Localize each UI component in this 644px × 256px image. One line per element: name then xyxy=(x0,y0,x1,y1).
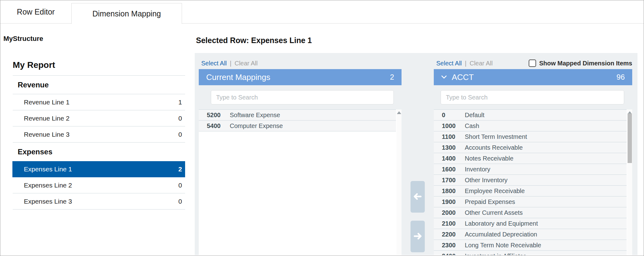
arrow-right-icon xyxy=(413,233,422,241)
dimension-item-row[interactable]: 1700Other Inventory xyxy=(434,175,627,186)
scrollbar-thumb[interactable] xyxy=(628,113,632,163)
tree-group-revenue[interactable]: Revenue xyxy=(13,76,185,94)
mappings-scrollbar[interactable] xyxy=(397,109,402,255)
move-right-button[interactable] xyxy=(411,221,425,252)
dimension-clear-all-link[interactable]: Clear All xyxy=(469,60,492,67)
tree-item-count: 0 xyxy=(178,131,182,138)
dimension-item-row[interactable]: 1100Short Term Investment xyxy=(434,131,627,142)
dimension-item-row[interactable]: 0Default xyxy=(434,110,627,121)
tree-item-expenses-line-2[interactable]: Expenses Line 20 xyxy=(13,177,185,193)
row-label: Prepaid Expenses xyxy=(465,198,515,205)
row-label: Investment in Affiliates xyxy=(465,253,526,255)
tree-item-count: 0 xyxy=(178,198,182,205)
structure-title: MyStructure xyxy=(3,35,43,43)
row-code: 2100 xyxy=(442,220,456,227)
tab-row-editor[interactable]: Row Editor xyxy=(0,0,71,24)
mappings-search-input[interactable] xyxy=(211,90,394,104)
row-label: Employee Receivable xyxy=(465,188,525,195)
mappings-links-row: Select All | Clear All xyxy=(199,53,402,69)
mappings-search-section xyxy=(199,85,402,109)
dimension-count: 96 xyxy=(616,73,625,82)
row-code: 1700 xyxy=(442,177,456,184)
tree-item-revenue-line-3[interactable]: Revenue Line 30 xyxy=(13,126,185,143)
row-code: 2000 xyxy=(442,209,456,216)
row-code: 1000 xyxy=(442,122,456,130)
dimension-item-row[interactable]: 1900Prepaid Expenses xyxy=(434,196,627,207)
tree-item-count: 1 xyxy=(178,99,182,106)
show-mapped-label: Show Mapped Dimension Items xyxy=(539,60,632,67)
tab-dimension-mapping[interactable]: Dimension Mapping xyxy=(71,3,182,24)
mapping-item-row[interactable]: 5200Software Expense xyxy=(199,110,396,121)
tree-item-count: 0 xyxy=(178,115,182,122)
dimension-item-row[interactable]: 1300Accounts Receivable xyxy=(434,142,627,153)
main-content: Selected Row: Expenses Line 1 Select All… xyxy=(195,24,644,256)
tree-item-count: 2 xyxy=(178,166,182,173)
report-name: My Report xyxy=(13,60,185,76)
dimension-panel: Select All | Clear All Show Mapped Dimen… xyxy=(434,53,632,255)
scroll-up-icon[interactable] xyxy=(397,111,401,114)
dimension-item-row[interactable]: 1600Inventory xyxy=(434,164,627,175)
dimension-scrollbar[interactable] xyxy=(627,109,632,255)
tree-item-revenue-line-2[interactable]: Revenue Line 20 xyxy=(13,110,185,126)
row-code: 1600 xyxy=(442,166,456,173)
show-mapped-checkbox[interactable] xyxy=(529,60,536,67)
dimension-item-row[interactable]: 1800Employee Receivable xyxy=(434,186,627,196)
row-label: Short Term Investment xyxy=(465,133,527,140)
dimension-links-row: Select All | Clear All Show Mapped Dimen… xyxy=(434,53,632,69)
dimension-mapping-page: Row Editor Dimension Mapping MyStructure… xyxy=(0,0,644,256)
row-label: Long Term Note Receivable xyxy=(465,242,541,249)
tab-bar: Row Editor Dimension Mapping xyxy=(0,0,644,24)
move-left-button[interactable] xyxy=(411,181,425,213)
tree-item-revenue-line-1[interactable]: Revenue Line 11 xyxy=(13,94,185,110)
row-label: Other Inventory xyxy=(465,177,508,184)
dimension-rows: 0Default1000Cash1100Short Term Investmen… xyxy=(434,109,627,255)
row-label: Default xyxy=(465,112,484,119)
tree-item-count: 0 xyxy=(178,182,182,189)
dimension-item-row[interactable]: 2100Laboratory and Equipment xyxy=(434,218,627,229)
tree-item-expenses-line-3[interactable]: Expenses Line 30 xyxy=(13,193,185,210)
tree-item-expenses-line-1[interactable]: Expenses Line 12 xyxy=(12,161,185,177)
tree-rows: RevenueRevenue Line 11Revenue Line 20Rev… xyxy=(13,76,185,210)
dimension-item-row[interactable]: 2400Investment in Affiliates xyxy=(434,251,627,255)
structure-panel: MyStructure My Report RevenueRevenue Lin… xyxy=(0,24,195,256)
dimension-item-row[interactable]: 1000Cash xyxy=(434,121,627,131)
row-label: Computer Expense xyxy=(230,122,283,130)
dimension-item-row[interactable]: 2000Other Current Assets xyxy=(434,207,627,218)
row-code: 2200 xyxy=(442,231,456,238)
mappings-clear-all-link[interactable]: Clear All xyxy=(234,60,257,67)
selected-row-title: Selected Row: Expenses Line 1 xyxy=(196,36,312,45)
dimension-item-row[interactable]: 2200Accumulated Depreciation xyxy=(434,229,627,240)
tree-item-label: Revenue Line 1 xyxy=(24,99,69,106)
dimension-item-row[interactable]: 2300Long Term Note Receivable xyxy=(434,240,627,251)
tree-item-label: Expenses Line 1 xyxy=(24,166,72,173)
row-label: Accounts Receivable xyxy=(465,144,523,151)
dimension-search-section xyxy=(434,85,632,109)
link-separator: | xyxy=(465,60,466,67)
row-code: 0 xyxy=(442,112,456,119)
current-mappings-header[interactable]: Current Mappings 2 xyxy=(199,69,402,85)
tree-item-label: Expenses Line 3 xyxy=(24,198,72,205)
row-label: Cash xyxy=(465,122,479,130)
report-tree: My Report RevenueRevenue Line 11Revenue … xyxy=(13,60,185,210)
dimension-header[interactable]: ACCT 96 xyxy=(434,69,632,85)
current-mappings-panel: Select All | Clear All Current Mappings … xyxy=(199,53,402,255)
dimension-item-row[interactable]: 1400Notes Receivable xyxy=(434,153,627,164)
tree-group-expenses[interactable]: Expenses xyxy=(13,143,185,161)
row-code: 5200 xyxy=(207,112,221,119)
mapping-item-row[interactable]: 5400Computer Expense xyxy=(199,121,396,131)
dimension-select-all-link[interactable]: Select All xyxy=(436,60,462,67)
row-code: 5400 xyxy=(207,122,221,130)
row-label: Inventory xyxy=(465,166,490,173)
mappings-list: 5200Software Expense5400Computer Expense xyxy=(199,109,402,255)
row-label: Other Current Assets xyxy=(465,209,523,216)
tree-item-label: Expenses Line 2 xyxy=(24,182,72,189)
chevron-down-icon[interactable] xyxy=(441,75,447,79)
tree-item-label: Revenue Line 2 xyxy=(24,115,69,122)
mappings-select-all-link[interactable]: Select All xyxy=(201,60,227,67)
dimension-search-input[interactable] xyxy=(441,90,624,104)
link-separator: | xyxy=(230,60,231,67)
row-code: 1400 xyxy=(442,155,456,162)
mapping-workspace: Select All | Clear All Current Mappings … xyxy=(195,53,637,255)
row-code: 1300 xyxy=(442,144,456,151)
row-label: Laboratory and Equipment xyxy=(465,220,538,227)
